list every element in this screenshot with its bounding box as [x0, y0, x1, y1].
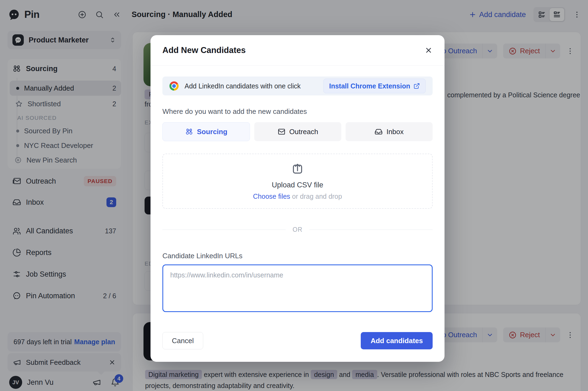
tab-label: Outreach	[289, 128, 318, 136]
or-divider: OR	[162, 226, 433, 233]
linkedin-urls-input[interactable]	[162, 264, 433, 312]
add-new-candidates-modal: Add New Candidates Add LinkedIn candidat…	[151, 35, 445, 362]
banner-text: Add LinkedIn candidates with one click	[185, 82, 300, 90]
tab-label: Sourcing	[197, 128, 228, 136]
add-candidates-button[interactable]: Add candidates	[361, 332, 433, 349]
tab-outreach[interactable]: Outreach	[254, 122, 341, 141]
upload-hint: or drag and drop	[292, 193, 342, 200]
app-window: Pin Product Marketer Sourcing 4	[0, 0, 588, 391]
chrome-icon	[169, 81, 179, 91]
mail-icon	[278, 128, 286, 136]
tab-label: Inbox	[386, 128, 404, 136]
tab-sourcing[interactable]: Sourcing	[162, 122, 250, 141]
install-chrome-extension-button[interactable]: Install Chrome Extension	[323, 79, 426, 93]
destination-tabs: Sourcing Outreach Inbox	[162, 122, 433, 141]
external-link-icon	[413, 83, 420, 89]
close-icon[interactable]	[425, 46, 433, 54]
install-label: Install Chrome Extension	[329, 82, 410, 90]
cancel-button[interactable]: Cancel	[162, 332, 203, 349]
csv-dropzone[interactable]: Upload CSV file Choose files or drag and…	[162, 154, 433, 209]
binoculars-icon	[185, 128, 193, 136]
inbox-icon	[375, 128, 383, 136]
chrome-extension-banner: Add LinkedIn candidates with one click I…	[162, 77, 433, 95]
or-label: OR	[293, 226, 303, 233]
upload-icon	[290, 162, 305, 176]
destination-question: Where do you want to add the new candida…	[162, 107, 433, 116]
tab-inbox[interactable]: Inbox	[346, 122, 433, 141]
modal-title: Add New Candidates	[162, 45, 246, 55]
choose-files-link[interactable]: Choose files	[253, 193, 290, 200]
linkedin-urls-label: Candidate LinkedIn URLs	[162, 252, 433, 260]
upload-title: Upload CSV file	[272, 181, 323, 189]
